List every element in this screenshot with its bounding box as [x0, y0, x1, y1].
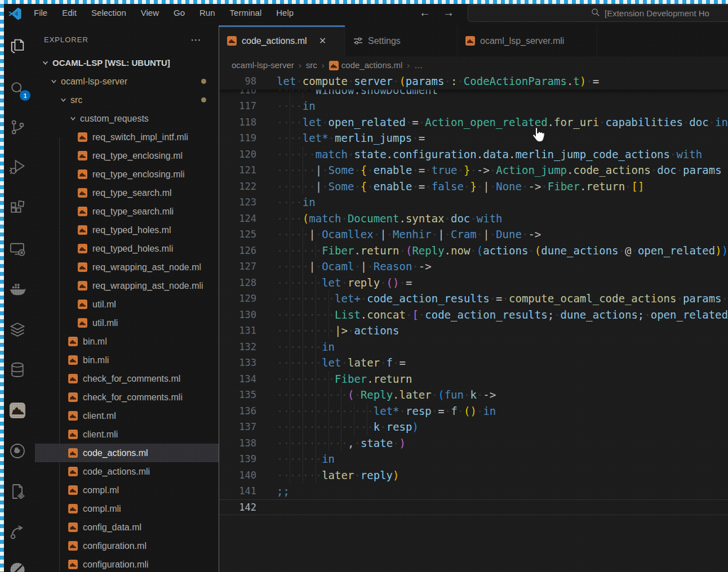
layers-icon[interactable] [8, 321, 26, 339]
code-line-129[interactable]: 129·········let+·code_action_results·=·c… [219, 291, 728, 307]
code-line-98[interactable]: 98let·compute·server·(params·:·CodeActio… [219, 73, 728, 90]
tree-file-req-wrapping-ast-node-ml[interactable]: req_wrapping_ast_node.ml [35, 258, 219, 276]
nav-back-button[interactable]: ← [419, 6, 430, 19]
tab-settings[interactable]: Settings [345, 25, 458, 56]
code-lines[interactable]: 116······Window.showDocument117····in118… [219, 82, 728, 516]
code-line-140[interactable]: 140·······later·reply) [219, 467, 728, 484]
code-line-132[interactable]: 132·······in [219, 339, 728, 355]
sidebar-resize-sash[interactable] [219, 25, 219, 572]
tree-file-configuration-mli[interactable]: configuration.mli [35, 555, 219, 572]
database-icon[interactable] [8, 361, 26, 379]
tree-file-code-actions-ml[interactable]: code_actions.ml [35, 444, 219, 462]
line-number: 138 [219, 435, 256, 452]
code-line-117[interactable]: 117····in [219, 98, 728, 114]
tree-file-client-mli[interactable]: client.mli [35, 425, 219, 444]
tree-file-bin-mli[interactable]: bin.mli [35, 351, 219, 369]
share-icon[interactable] [8, 523, 26, 541]
code-line-141[interactable]: 141;; [219, 483, 728, 499]
source-control-icon[interactable] [8, 118, 26, 136]
line-number: 118 [219, 114, 256, 131]
tab-ocaml-lsp-server-mli[interactable]: ocaml_lsp_server.mli [458, 25, 597, 56]
breadcrumb-item-code-actions-ml[interactable]: code_actions.ml [329, 60, 402, 70]
line-text: ····let·open_related·=·Action_open_relat… [277, 114, 728, 131]
code-line-126[interactable]: 126·······Fiber.return·(Reply.now·(actio… [219, 243, 728, 259]
code-line-136[interactable]: 136···············let*·resp·=·f·()·in [219, 403, 728, 419]
tree-file-client-ml[interactable]: client.ml [35, 406, 219, 425]
remote-explorer-icon[interactable] [8, 240, 26, 258]
code-line-122[interactable]: 122······|·Some·{·enable·=·false·}·|·Non… [219, 178, 728, 195]
tree-item-label: util.ml [92, 300, 116, 310]
tree-file-req-type-search-mli[interactable]: req_type_search.mli [35, 202, 219, 221]
tree-file-req-type-enclosing-ml[interactable]: req_type_enclosing.ml [35, 146, 219, 165]
ocaml-file-icon [68, 560, 78, 569]
tree-file-compl-mli[interactable]: compl.mli [35, 499, 219, 518]
code-editor[interactable]: 98let·compute·server·(params·:·CodeActio… [219, 73, 728, 572]
tree-item-label: util.mli [92, 318, 118, 328]
ocaml-platform-icon[interactable] [8, 401, 26, 419]
code-line-137[interactable]: 137···············k·resp) [219, 419, 728, 435]
code-line-139[interactable]: 139·······in [219, 451, 728, 467]
breadcrumb-item-ocaml-lsp-server[interactable]: ocaml-lsp-server [232, 60, 294, 70]
tree-file-config-data-ml[interactable]: config_data.ml [35, 518, 219, 537]
tree-folder-custom-requests[interactable]: custom_requests [35, 109, 219, 128]
tree-file-req-typed-holes-ml[interactable]: req_typed_holes.ml [35, 221, 219, 239]
code-line-134[interactable]: 134·········Fiber.return [219, 371, 728, 387]
code-line-119[interactable]: 119····let*·merlin_jumps·= [219, 130, 728, 146]
tree-file-req-type-search-ml[interactable]: req_type_search.ml [35, 184, 219, 202]
tab-code-actions-ml[interactable]: code_actions.ml✕ [219, 25, 345, 56]
sticky-scroll-line[interactable]: 98let·compute·server·(params·:·CodeActio… [219, 73, 728, 90]
tree-item-label: configuration.ml [83, 541, 147, 551]
breadcrumb-item-src[interactable]: src [306, 60, 317, 70]
tree-file-util-ml[interactable]: util.ml [35, 295, 219, 314]
code-line-133[interactable]: 133·······let·later·f·= [219, 355, 728, 371]
line-number: 134 [219, 371, 256, 387]
tree-file-code-actions-mli[interactable]: code_actions.mli [35, 462, 219, 481]
code-line-120[interactable]: 120······match·state.configuration.data.… [219, 146, 728, 163]
tree-file-check-for-comments-mli[interactable]: check_for_comments.mli [35, 388, 219, 406]
explorer-icon[interactable] [8, 37, 26, 55]
line-text: ····in [277, 98, 728, 114]
tab-close-icon[interactable]: ✕ [319, 35, 326, 46]
tree-file-check-for-comments-ml[interactable]: check_for_comments.ml [35, 369, 219, 388]
code-line-135[interactable]: 135···········(·Reply.later·(fun·k·-> [219, 387, 728, 403]
breadcrumb-separator: › [322, 60, 325, 70]
tree-file-req-type-enclosing-mli[interactable]: req_type_enclosing.mli [35, 165, 219, 184]
ocaml-file-icon [78, 318, 87, 328]
tree-root-ocaml-lsp[interactable]: OCAML-LSP [WSL: UBUNTU] [35, 53, 219, 72]
tree-file-configuration-ml[interactable]: configuration.ml [35, 537, 219, 555]
command-center-search[interactable]: [Extension Development Ho [468, 5, 728, 22]
breadcrumb-item--[interactable]: … [414, 60, 423, 70]
tree-file-req-switch-impl-intf-mli[interactable]: req_switch_impl_intf.mli [35, 128, 219, 146]
tree-item-label: req_type_enclosing.mli [92, 169, 185, 180]
code-line-130[interactable]: 130·········List.concat·[·code_action_re… [219, 307, 728, 323]
tree-folder-src[interactable]: src [35, 91, 219, 109]
tree-file-bin-ml[interactable]: bin.ml [35, 332, 219, 351]
explorer-actions-button[interactable]: ⋯ [190, 33, 202, 46]
docker-icon[interactable] [8, 280, 26, 298]
tree-file-compl-ml[interactable]: compl.ml [35, 481, 219, 499]
code-line-142[interactable]: 142 [219, 499, 728, 516]
run-and-debug-icon[interactable] [8, 158, 26, 176]
circle-slash-icon[interactable] [8, 560, 26, 572]
search-view-icon[interactable]: 1 [8, 80, 26, 98]
tree-folder-ocaml-lsp-server[interactable]: ocaml-lsp-server [35, 72, 219, 91]
code-line-131[interactable]: 131·········|>·actions [219, 323, 728, 339]
code-line-123[interactable]: 123····in [219, 194, 728, 211]
nav-forward-button[interactable]: → [443, 6, 454, 19]
extensions-icon[interactable] [8, 199, 26, 217]
duck-icon[interactable] [8, 442, 26, 460]
ocaml-file-icon [78, 132, 87, 142]
code-line-125[interactable]: 125·····|·Ocamllex·|·Menhir·|·Cram·|·Dun… [219, 226, 728, 243]
code-line-128[interactable]: 128·······let·reply·()·= [219, 275, 728, 291]
code-line-138[interactable]: 138···········,·state·) [219, 435, 728, 452]
tree-file-req-wrapping-ast-node-mli[interactable]: req_wrapping_ast_node.mli [35, 276, 219, 295]
line-number: 122 [219, 178, 256, 195]
code-line-118[interactable]: 118····let·open_related·=·Action_open_re… [219, 114, 728, 131]
code-line-121[interactable]: 121······|·Some·{·enable·=·true·}·->·Act… [219, 162, 728, 178]
tree-file-req-typed-holes-mli[interactable]: req_typed_holes.mli [35, 239, 219, 258]
code-line-127[interactable]: 127·····|·Ocaml·|·Reason·-> [219, 258, 728, 275]
tree-file-util-mli[interactable]: util.mli [35, 314, 219, 332]
code-line-124[interactable]: 124····(match·Document.syntax·doc·with [219, 211, 728, 227]
breadcrumb[interactable]: ocaml-lsp-server›src›code_actions.ml›… [219, 56, 728, 73]
file-settings-icon[interactable] [8, 482, 26, 500]
